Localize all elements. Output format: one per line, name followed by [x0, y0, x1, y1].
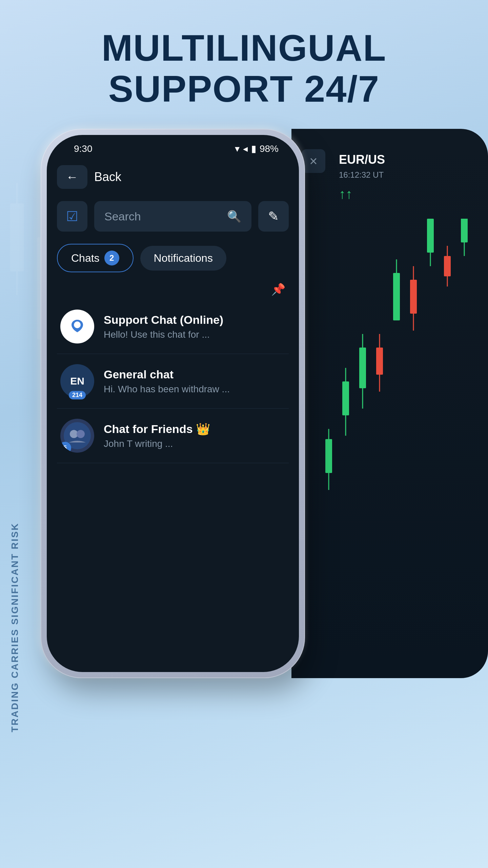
phone-screen: 9:30 ▾ ◂ ▮ 98% ← Back: [47, 135, 299, 672]
svg-rect-36: [410, 280, 417, 314]
tab-chats[interactable]: Chats 2: [57, 244, 134, 272]
chat-name-general: General chat: [104, 368, 285, 381]
avatar-general: EN 214: [60, 364, 94, 398]
search-icon: 🔍: [227, 210, 241, 223]
check-button[interactable]: ☑: [57, 201, 87, 232]
close-button[interactable]: ×: [302, 149, 325, 173]
chart-panel: × EUR/US 16:12:32 UT ↑↑: [291, 129, 488, 678]
chat-item-support[interactable]: Support Chat (Online) Hello! Use this ch…: [57, 299, 289, 354]
chat-item-general[interactable]: EN 214 General chat Hi. Who has been wit…: [57, 354, 289, 409]
header-row: ← Back: [57, 158, 289, 196]
check-icon: ☑: [66, 209, 78, 224]
back-button[interactable]: ←: [57, 165, 87, 189]
svg-rect-0: [10, 203, 24, 271]
status-time: 9:30: [74, 143, 93, 154]
candlestick-chart: [319, 219, 474, 524]
chat-preview-support: Hello! Use this chat for ...: [104, 329, 285, 340]
svg-rect-44: [461, 219, 468, 242]
wifi-icon: ▾: [235, 143, 240, 154]
chat-name-friends: Chat for Friends 👑: [104, 422, 285, 436]
svg-rect-33: [393, 273, 400, 320]
search-placeholder: Search: [104, 210, 222, 223]
status-bar: 9:30 ▾ ◂ ▮ 98%: [47, 135, 299, 158]
time-label: 16:12:32 UT: [339, 170, 478, 180]
avatar-friends: 5: [60, 419, 94, 453]
svg-rect-24: [342, 381, 349, 415]
chats-count-badge: 2: [104, 251, 119, 265]
back-label: Back: [94, 170, 121, 184]
status-icons: ▾ ◂ ▮ 98%: [235, 143, 279, 154]
search-input-wrap[interactable]: Search 🔍: [94, 201, 251, 232]
svg-rect-30: [376, 348, 383, 375]
phone-device: 9:30 ▾ ◂ ▮ 98% ← Back: [41, 129, 305, 678]
app-content: ← Back ☑ Search 🔍 ✎: [47, 158, 299, 668]
tab-notifications-label: Notifications: [154, 252, 213, 264]
phone-outer-shell: 9:30 ▾ ◂ ▮ 98% ← Back: [41, 129, 305, 678]
battery-icon: ▮: [251, 143, 256, 154]
search-row: ☑ Search 🔍 ✎: [57, 196, 289, 237]
edit-icon: ✎: [268, 209, 279, 224]
svg-rect-39: [427, 219, 434, 253]
tab-notifications[interactable]: Notifications: [140, 246, 226, 271]
page-title-area: MULTILINGUAL SUPPORT 24/7: [0, 27, 488, 109]
en-badge: 214: [69, 391, 86, 399]
chat-item-friends[interactable]: 5 Chat for Friends 👑 John T writing ...: [57, 409, 289, 463]
avatar-support: [60, 310, 94, 343]
chat-list: Support Chat (Online) Hello! Use this ch…: [57, 299, 289, 463]
chart-panel-inner: × EUR/US 16:12:32 UT ↑↑: [291, 129, 488, 678]
signal-icon: ◂: [243, 143, 248, 154]
svg-rect-27: [359, 348, 366, 388]
chat-info-friends: Chat for Friends 👑 John T writing ...: [104, 422, 285, 449]
pin-area: 📌: [57, 279, 289, 299]
en-text: EN: [70, 375, 84, 387]
friends-badge: 5: [60, 442, 71, 453]
back-arrow-icon: ←: [66, 170, 78, 184]
tabs-row: Chats 2 Notifications: [57, 237, 289, 279]
page-title-line2: SUPPORT 24/7: [0, 68, 488, 109]
tab-chats-label: Chats: [71, 252, 100, 264]
pin-icon: 📌: [271, 282, 285, 296]
svg-point-16: [74, 321, 81, 328]
pair-label: EUR/US: [339, 153, 478, 167]
chat-info-general: General chat Hi. Who has been withdraw .…: [104, 368, 285, 395]
chat-preview-friends: John T writing ...: [104, 438, 285, 449]
side-text: TRADING CARRIES SIGNIFICANT RISK: [9, 522, 20, 732]
svg-rect-41: [444, 256, 451, 276]
edit-button[interactable]: ✎: [258, 201, 289, 232]
chat-preview-general: Hi. Who has been withdraw ...: [104, 384, 285, 395]
svg-rect-21: [325, 439, 332, 473]
close-icon: ×: [309, 154, 317, 169]
battery-percent: 98%: [260, 143, 279, 154]
page-title-line1: MULTILINGUAL: [0, 27, 488, 68]
svg-point-19: [77, 430, 85, 438]
chat-info-support: Support Chat (Online) Hello! Use this ch…: [104, 313, 285, 340]
up-arrows-icon: ↑↑: [339, 186, 478, 202]
chat-name-support: Support Chat (Online): [104, 313, 285, 327]
